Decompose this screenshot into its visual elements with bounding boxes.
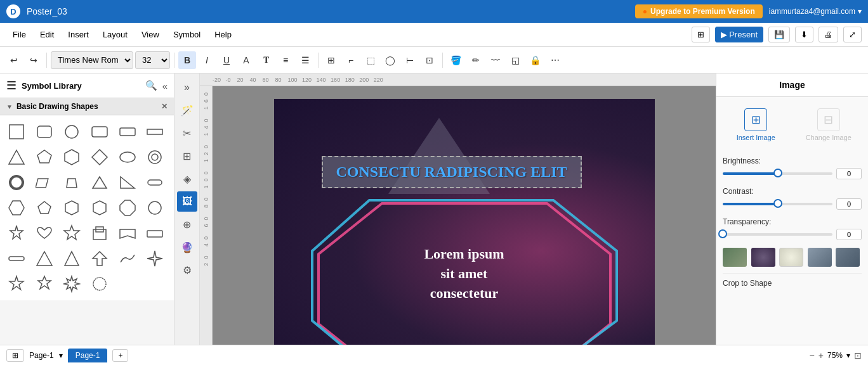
line-style-button[interactable]: 〰 [487, 51, 504, 69]
crop-button[interactable]: ⌐ [342, 51, 360, 69]
shape-triangle[interactable] [5, 146, 28, 169]
crop-tool-button[interactable]: ✂ [177, 123, 197, 143]
mask-button[interactable]: ◱ [506, 51, 524, 69]
underline-button[interactable]: U [218, 51, 235, 69]
align-button[interactable]: ⊢ [401, 51, 419, 69]
magic-button[interactable]: 🪄 [177, 100, 197, 120]
filter-preset-5[interactable] [836, 248, 860, 267]
shape-right-triangle[interactable] [116, 171, 139, 194]
zoom-out-button[interactable]: − [810, 350, 815, 361]
shape-heart[interactable] [33, 222, 56, 245]
font-family-select[interactable]: Times New Roman Arial Helvetica [51, 51, 133, 69]
shape-button[interactable]: ◯ [381, 51, 399, 69]
resize-button[interactable]: ⊡ [421, 51, 438, 69]
shape-circle[interactable] [60, 120, 83, 143]
settings-button[interactable]: ⚙ [177, 260, 197, 280]
layers-button[interactable]: ◈ [177, 169, 197, 189]
align-center-button[interactable]: ☰ [296, 51, 314, 69]
shape-arrow[interactable] [60, 247, 83, 270]
responsive-view-button[interactable]: ⊞ [692, 27, 710, 42]
filter-preset-3[interactable] [779, 248, 803, 267]
share-button[interactable]: ⤢ [843, 27, 862, 42]
font-size-select[interactable]: 32 24 18 48 [135, 51, 170, 69]
shape-trapezoid[interactable] [60, 171, 83, 194]
contrast-track[interactable] [723, 203, 832, 205]
bold-button[interactable]: B [178, 51, 196, 69]
fit-screen-button[interactable]: ⊡ [854, 350, 862, 361]
transparency-input[interactable] [836, 229, 862, 240]
expand-panel-button[interactable]: » [177, 77, 197, 98]
user-email[interactable]: iammurtaza4@gmail.com [769, 7, 862, 16]
shape-diamond[interactable] [88, 146, 111, 169]
transparency-track[interactable] [723, 233, 832, 236]
align-left-button[interactable]: ≡ [277, 51, 294, 69]
menu-help[interactable]: Help [208, 27, 238, 42]
shape-pill[interactable] [5, 247, 28, 270]
filter-preset-4[interactable] [808, 248, 832, 267]
shape-starburst[interactable] [88, 272, 111, 295]
menu-edit[interactable]: Edit [34, 27, 60, 42]
shape-star4[interactable] [143, 247, 166, 270]
change-image-button[interactable]: ⊟ Change Image [796, 103, 862, 146]
italic-button[interactable]: I [198, 51, 216, 69]
canvas-viewport[interactable]: CONSECTU RADIPISCING ELIT Lorem ipsumsit… [213, 86, 716, 345]
download-button[interactable]: ⬇ [795, 27, 813, 42]
shape-small-hexagon2[interactable] [88, 196, 111, 219]
filter-preset-2[interactable] [751, 248, 775, 267]
contrast-thumb[interactable] [773, 199, 782, 208]
shape-squiggle[interactable] [116, 247, 139, 270]
redo-button[interactable]: ↪ [25, 51, 43, 69]
text-box-button[interactable]: ⊞ [322, 51, 340, 69]
shape-square[interactable] [5, 120, 28, 143]
upgrade-button[interactable]: Upgrade to Premium Version [635, 4, 763, 18]
shape-circle2[interactable] [143, 196, 166, 219]
canvas-text-box[interactable]: CONSECTU RADIPISCING ELIT [322, 156, 582, 188]
group-button[interactable]: ⊕ [177, 214, 197, 234]
shape-small-hexagon[interactable] [60, 196, 83, 219]
more-button[interactable]: ⋯ [546, 51, 564, 69]
menu-view[interactable]: View [135, 27, 166, 42]
image-tool-button[interactable]: 🖼 [177, 191, 197, 212]
shape-square-outline[interactable] [88, 222, 111, 245]
contrast-input[interactable] [836, 198, 862, 210]
brightness-input[interactable] [836, 168, 862, 179]
pen-button[interactable]: ✏ [467, 51, 485, 69]
grid-button[interactable]: ⊞ [177, 146, 197, 166]
shape-hexagon2[interactable] [5, 196, 28, 219]
canvas[interactable]: CONSECTU RADIPISCING ELIT Lorem ipsumsit… [274, 99, 655, 345]
insert-image-button[interactable]: ⊞ Insert Image [723, 103, 789, 146]
page-tab[interactable]: Page-1 [68, 349, 108, 362]
shape-octagon[interactable] [116, 196, 139, 219]
shape-ring[interactable] [143, 146, 166, 169]
zoom-dropdown-icon[interactable]: ▾ [846, 351, 850, 360]
shapes-category-header[interactable]: ▼ Basic Drawing Shapes ✕ [0, 98, 174, 115]
shape-thin-rect[interactable] [143, 120, 166, 143]
menu-layout[interactable]: Layout [96, 27, 134, 42]
zoom-in-button[interactable]: + [819, 350, 824, 361]
font-color-button[interactable]: A [237, 51, 255, 69]
shape-rounded-rect[interactable] [33, 120, 56, 143]
shape-oval[interactable] [116, 146, 139, 169]
shape-arrow2[interactable] [88, 247, 111, 270]
save-button[interactable]: 💾 [768, 27, 790, 42]
collapse-sidebar-button[interactable]: « [162, 80, 168, 91]
menu-symbol[interactable]: Symbol [167, 27, 207, 42]
shape-star6[interactable] [33, 272, 56, 295]
shape-pentagon[interactable] [33, 146, 56, 169]
undo-button[interactable]: ↩ [5, 51, 23, 69]
shape-parallelogram[interactable] [33, 171, 56, 194]
text-style-button[interactable]: 𝐓 [257, 51, 275, 69]
menu-insert[interactable]: Insert [62, 27, 95, 42]
close-category-icon[interactable]: ✕ [161, 102, 168, 111]
shape-wide-banner[interactable] [143, 222, 166, 245]
lock-button[interactable]: 🔒 [526, 51, 544, 69]
shape-arrow-triangle[interactable] [33, 247, 56, 270]
brightness-track[interactable] [723, 172, 832, 175]
add-page-button[interactable]: + [112, 349, 128, 362]
shape-stadium[interactable] [143, 171, 166, 194]
shape-banner[interactable] [116, 222, 139, 245]
search-button[interactable]: 🔍 [145, 80, 157, 91]
transparency-thumb[interactable] [718, 229, 727, 238]
layer-button[interactable]: ⬚ [362, 51, 379, 69]
shape-star8[interactable] [5, 222, 28, 245]
